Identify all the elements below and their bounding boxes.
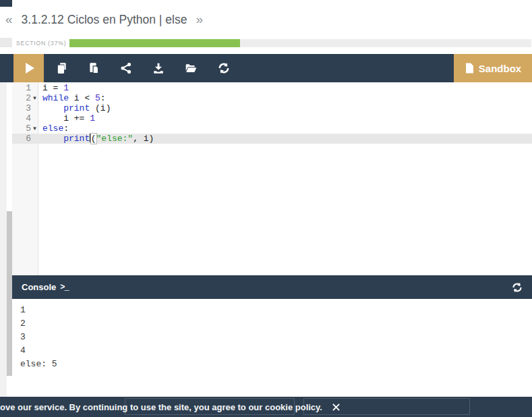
open-file-button[interactable] [178, 54, 204, 82]
line-number: 5 [12, 123, 31, 134]
reset-button[interactable] [211, 54, 237, 82]
console-output: 1234else: 5 [12, 299, 532, 397]
download-icon [152, 62, 165, 74]
editor-rows: 1i = 12▾while i < 5:3 print (i)4 i += 15… [12, 83, 532, 144]
cookie-close-button[interactable] [332, 403, 341, 412]
top-left-fragment [0, 0, 12, 7]
sandbox-tab[interactable]: Sandbox [454, 54, 532, 82]
paste-icon [88, 62, 100, 74]
code-token: "else:" [96, 134, 134, 144]
lesson-header: « 3.1.2.12 Ciclos en Python | else » [5, 9, 203, 30]
code-token: 1 [63, 83, 69, 93]
console-output-line: 4 [20, 344, 532, 358]
fold-arrow-icon[interactable]: ▾ [31, 123, 38, 134]
code-text: i += 1 [38, 113, 95, 123]
fold-spacer [31, 113, 38, 123]
code-token: ( [91, 134, 96, 144]
code-token: 5 [95, 93, 100, 103]
fold-arrow-icon[interactable]: ▾ [31, 93, 38, 103]
cookie-message: ove our service. By continuing to use th… [0, 402, 322, 412]
editor-line[interactable]: 6 print("else:", i) [12, 134, 532, 144]
console-output-line: else: 5 [20, 358, 532, 371]
ghost-button [303, 398, 470, 415]
console-clear-button[interactable] [512, 282, 523, 293]
fold-spacer [31, 134, 38, 144]
line-number: 4 [12, 113, 31, 123]
editor-line[interactable]: 3 print (i) [12, 103, 532, 113]
cookie-banner: ove our service. By continuing to use th… [0, 397, 532, 417]
close-icon [332, 403, 341, 412]
editor-line[interactable]: 5▾else: [12, 123, 532, 134]
line-number: 2 [12, 93, 31, 103]
download-button[interactable] [146, 54, 171, 82]
line-number: 6 [12, 134, 31, 144]
code-token: print [63, 134, 90, 144]
section-progress-bar [69, 39, 531, 47]
console-header: Console >_ [12, 275, 532, 299]
share-button[interactable] [113, 54, 139, 82]
code-token: 1 [90, 113, 95, 123]
code-token: while [42, 93, 69, 103]
edube-sandbox-page: « 3.1.2.12 Ciclos en Python | else » SEC… [0, 0, 532, 417]
play-icon [26, 63, 34, 74]
share-icon [120, 62, 132, 74]
progress-fill [69, 39, 240, 47]
console-title: Console [22, 282, 56, 292]
code-token: (i) [90, 103, 111, 113]
sandbox-tab-label: Sandbox [479, 63, 521, 74]
fold-spacer [31, 83, 38, 93]
console-output-line: 3 [20, 331, 532, 344]
code-text: print("else:", i) [38, 134, 154, 144]
code-token: : [100, 93, 106, 103]
code-token: print [63, 103, 90, 113]
sandbox-toolbar: Sandbox [0, 54, 532, 82]
code-text: print (i) [38, 103, 111, 113]
paste-button[interactable] [81, 54, 107, 82]
editor-line[interactable]: 2▾while i < 5: [12, 93, 532, 103]
line-number: 3 [12, 103, 31, 113]
terminal-prompt-icon: >_ [60, 283, 68, 292]
code-token: i = [42, 83, 63, 93]
code-text: i = 1 [38, 83, 69, 93]
run-button[interactable] [13, 54, 44, 82]
folder-open-icon [185, 62, 197, 74]
progress-left-fragment [0, 38, 12, 47]
editor-line[interactable]: 1i = 1 [12, 83, 532, 93]
code-token [42, 103, 63, 113]
prev-lesson-button[interactable]: « [5, 12, 13, 27]
page-title: 3.1.2.12 Ciclos en Python | else [22, 13, 187, 27]
code-token: , i) [133, 134, 154, 144]
refresh-icon [512, 282, 523, 293]
refresh-icon [218, 62, 230, 74]
code-token: else [42, 123, 63, 134]
console-output-line: 2 [20, 317, 532, 331]
next-lesson-button[interactable]: » [196, 12, 203, 27]
page-scrollbar-thumb[interactable] [7, 211, 12, 376]
fold-spacer [31, 103, 38, 113]
code-token: i += [42, 113, 90, 123]
line-number: 1 [12, 83, 31, 93]
copy-icon [56, 62, 68, 74]
code-token: : [63, 123, 69, 134]
file-icon [465, 63, 474, 74]
code-text: else: [38, 123, 69, 134]
code-token: i < [69, 93, 95, 103]
code-text: while i < 5: [38, 93, 106, 103]
editor-line[interactable]: 4 i += 1 [12, 113, 532, 123]
code-token [42, 134, 63, 144]
page-scrollbar-track[interactable] [0, 82, 7, 397]
section-progress-label: SECTION (37%) [16, 40, 67, 47]
code-editor[interactable]: 1i = 12▾while i < 5:3 print (i)4 i += 15… [12, 82, 532, 275]
copy-button[interactable] [49, 54, 75, 82]
console-output-line: 1 [20, 304, 532, 317]
